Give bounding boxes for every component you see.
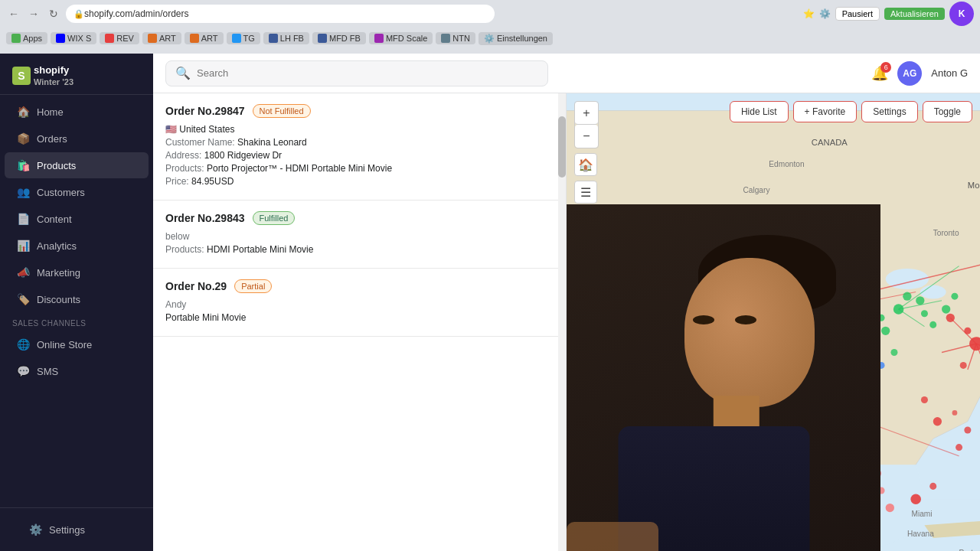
sidebar-label-products: Products (37, 160, 76, 171)
order-card-2[interactable]: Order No.29843 Fulfilled below Products:… (153, 201, 566, 269)
order-product-2: Products: HDMI Portable Mini Movie (165, 244, 554, 255)
sidebar-item-products[interactable]: 🛍️ Products (5, 152, 149, 178)
nav-items: 🏠 Home 📦 Orders 🛍️ Products 👥 Customers … (0, 95, 153, 507)
favorite-button[interactable]: + Favorite (793, 101, 858, 122)
search-icon: 🔍 (175, 66, 191, 80)
order-status-3: Partial (234, 279, 272, 293)
aktualisieren-button[interactable]: Aktualisieren (884, 8, 945, 20)
url-text: shopify.com/admin/orders (84, 8, 189, 19)
settings-button[interactable]: Settings (861, 101, 917, 122)
order-detail-2a: below (165, 231, 554, 242)
sidebar-item-content[interactable]: 📄 Content (5, 206, 149, 232)
sidebar-label-marketing: Marketing (37, 267, 80, 279)
orders-panel: Order No.29847 Not Fulfilled 🇺🇸 United S… (153, 93, 567, 551)
paused-button[interactable]: Pausiert (835, 7, 880, 21)
bookmark-tg[interactable]: TG (227, 32, 260, 44)
user-name: Anton G (931, 67, 968, 79)
sidebar-item-sms[interactable]: 💬 SMS (5, 358, 149, 384)
map-panel: Hide List + Favorite Settings Toggle + −… (567, 93, 980, 551)
order-price-1: Price: 84.95USD (165, 176, 554, 187)
zoom-in-button[interactable]: + (575, 102, 598, 125)
sidebar-item-customers[interactable]: 👥 Customers (5, 179, 149, 205)
svg-point-53 (960, 362, 967, 369)
sidebar-item-settings[interactable]: ⚙️ Settings (17, 517, 136, 543)
user-avatar[interactable]: AG (897, 61, 922, 86)
svg-point-105 (942, 305, 950, 313)
sidebar-item-home[interactable]: 🏠 Home (5, 99, 149, 125)
bookmark-wix[interactable]: WIX S (51, 32, 96, 44)
svg-point-108 (881, 327, 890, 335)
order-card-1[interactable]: Order No.29847 Not Fulfilled 🇺🇸 United S… (153, 93, 566, 201)
top-bar: 🔍 🔔 6 AG Anton G (153, 54, 980, 93)
refresh-button[interactable]: ↻ (46, 6, 61, 21)
order-product-3: Portable Mini Movie (165, 312, 554, 323)
search-input[interactable] (197, 67, 538, 79)
sidebar-item-marketing[interactable]: 📣 Marketing (5, 259, 149, 285)
app-shell: S shopify Winter '23 🏠 Home 📦 Orders 🛍️ … (0, 54, 980, 551)
hide-list-button[interactable]: Hide List (730, 101, 789, 122)
order-product-1: Products: Porto Projector™ - HDMI Portab… (165, 163, 554, 174)
svg-text:Havana: Havana (907, 530, 934, 538)
search-bar[interactable]: 🔍 (165, 60, 548, 86)
bookmark-rev[interactable]: REV (100, 32, 139, 44)
sidebar-item-online-store[interactable]: 🌐 Online Store (5, 331, 149, 357)
notification-bell[interactable]: 🔔 6 (871, 65, 888, 82)
order-number-1: Order No.29847 (165, 105, 245, 117)
sales-channels-label: Sales channels (0, 313, 153, 331)
svg-point-64 (964, 427, 971, 434)
map-action-buttons: Hide List + Favorite Settings Toggle (730, 101, 972, 122)
sms-icon: 💬 (17, 365, 29, 377)
order-country-1: 🇺🇸 United States (165, 124, 554, 135)
webcam-stream (567, 204, 880, 551)
bookmark-art2[interactable]: ART (185, 32, 224, 44)
svg-text:Port-au-Prince: Port-au-Prince (959, 549, 980, 551)
sidebar-item-analytics[interactable]: 📊 Analytics (5, 233, 149, 259)
browser-toolbar: ← → ↻ 🔒 shopify.com/admin/orders ⭐ ⚙️ Pa… (0, 0, 980, 28)
bookmark-mfdscale[interactable]: MFD Scale (369, 32, 433, 44)
shopify-text: shopify (34, 64, 74, 76)
back-button[interactable]: ← (6, 6, 21, 21)
svg-point-69 (910, 494, 921, 505)
svg-point-101 (903, 292, 911, 301)
sidebar-header: S shopify Winter '23 (0, 54, 153, 95)
order-header-3: Order No.29 Partial (165, 279, 554, 293)
sidebar-item-orders[interactable]: 📦 Orders (5, 126, 149, 152)
svg-point-49 (964, 328, 971, 334)
sidebar-label-analytics: Analytics (37, 240, 77, 252)
svg-point-70 (929, 483, 936, 490)
sidebar-label-discounts: Discounts (37, 294, 80, 305)
bookmark-ntn[interactable]: NTN (436, 32, 475, 44)
svg-point-124 (886, 504, 894, 512)
svg-text:Miami: Miami (912, 510, 933, 518)
sidebar-item-discounts[interactable]: 🏷️ Discounts (5, 286, 149, 312)
toggle-button[interactable]: Toggle (923, 101, 972, 122)
video-overlay (567, 204, 880, 551)
bookmark-einstellungen[interactable]: ⚙️ Einstellungen (479, 32, 553, 45)
home-map-button[interactable]: 🏠 (574, 153, 597, 176)
svg-point-111 (890, 349, 897, 356)
address-bar[interactable]: 🔒 shopify.com/admin/orders (66, 5, 495, 23)
forward-button[interactable]: → (26, 6, 41, 21)
svg-point-65 (952, 410, 958, 416)
svg-point-48 (946, 314, 955, 322)
browser-user-avatar[interactable]: K (949, 2, 974, 26)
scroll-indicator[interactable] (558, 93, 566, 551)
main-content: 🔍 🔔 6 AG Anton G (153, 54, 980, 551)
order-card-3[interactable]: Order No.29 Partial Andy Portable Mini M… (153, 269, 566, 337)
bookmark-lhfb[interactable]: LH FB (263, 32, 309, 44)
bookmark-apps[interactable]: Apps (6, 32, 47, 44)
bookmark-mfdfb[interactable]: MFD FB (312, 32, 366, 44)
order-address-1: Address: 1800 Ridgeview Dr (165, 150, 554, 161)
order-status-2: Fulfilled (253, 211, 296, 225)
browser-bookmarks-bar: Apps WIX S REV ART ART TG LH FB MFD FB (0, 28, 980, 49)
svg-text:Edmonton: Edmonton (769, 160, 804, 168)
discounts-icon: 🏷️ (17, 293, 29, 305)
svg-text:CANADA: CANADA (812, 138, 848, 147)
bookmark-art1[interactable]: ART (142, 32, 181, 44)
sidebar-label-orders: Orders (37, 133, 67, 145)
sidebar-label-online-store: Online Store (37, 339, 92, 350)
list-view-button[interactable]: ☰ (574, 181, 597, 204)
scroll-thumb (558, 116, 566, 178)
analytics-icon: 📊 (17, 240, 29, 252)
zoom-out-button[interactable]: − (575, 125, 598, 148)
